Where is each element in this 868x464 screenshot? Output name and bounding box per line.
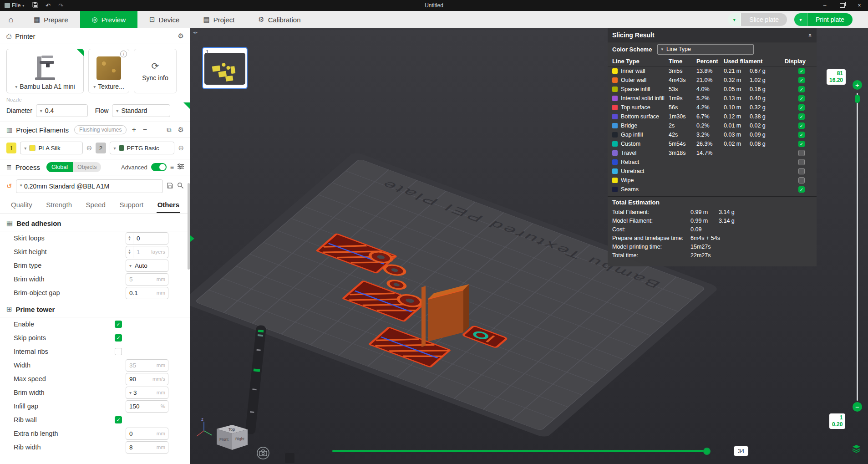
save-icon[interactable] bbox=[29, 2, 41, 9]
camera-snapshot-button[interactable] bbox=[257, 447, 269, 459]
tab-project[interactable]: ▤ Project bbox=[191, 11, 246, 28]
plate-thumbnail[interactable]: 1 bbox=[202, 47, 248, 89]
rib-width-input[interactable]: 8 mm bbox=[126, 441, 168, 454]
restore-button[interactable] bbox=[833, 0, 851, 11]
tab-strength[interactable]: Strength bbox=[45, 198, 73, 213]
layer-slider-handle[interactable] bbox=[855, 95, 860, 103]
display-checkbox[interactable] bbox=[798, 168, 805, 174]
plate-type-card[interactable]: i ▾ Texture... bbox=[88, 49, 129, 93]
flushing-volumes-button[interactable]: Flushing volumes bbox=[74, 125, 127, 134]
cube-face-top[interactable]: Top bbox=[228, 427, 235, 432]
cube-face-front[interactable]: Front bbox=[219, 437, 228, 442]
print-options-dropdown[interactable]: ▾ bbox=[794, 13, 807, 26]
preset-select[interactable]: * 0.20mm Standard @BBL A1M bbox=[16, 179, 163, 193]
layer-plus-button[interactable]: + bbox=[853, 80, 862, 90]
display-checkbox[interactable] bbox=[798, 104, 805, 111]
filament-2-badge[interactable]: 2 bbox=[96, 143, 106, 153]
display-checkbox[interactable] bbox=[798, 77, 805, 83]
home-tab[interactable]: ⌂ bbox=[0, 11, 22, 28]
display-checkbox[interactable] bbox=[798, 68, 805, 74]
skirt-height-input[interactable]: ▲▼ 1 layers bbox=[126, 246, 168, 258]
tab-calibration[interactable]: ⚙ Calibration bbox=[246, 11, 312, 28]
internal-ribs-checkbox[interactable] bbox=[115, 348, 122, 355]
skirt-loops-input[interactable]: ▲▼ 0 bbox=[126, 232, 168, 245]
undo-icon[interactable]: ↶ bbox=[41, 2, 54, 9]
scope-global[interactable]: Global bbox=[46, 162, 73, 172]
spinner-arrows[interactable]: ▲▼ bbox=[126, 233, 133, 244]
filament-gear-icon[interactable]: ⚙ bbox=[178, 126, 184, 134]
minimize-button[interactable]: – bbox=[816, 0, 833, 11]
slice-options-dropdown[interactable]: ▾ bbox=[728, 13, 741, 26]
brim-type-select[interactable]: ▾ Auto bbox=[126, 260, 168, 272]
tab-prepare[interactable]: ▦ Prepare bbox=[22, 11, 80, 28]
filament-1-select[interactable]: ▾ PLA Silk bbox=[20, 142, 82, 154]
filament-2-select[interactable]: ▾ PETG Basic bbox=[110, 142, 175, 154]
tab-others[interactable]: Others bbox=[157, 198, 180, 213]
sync-info-button[interactable]: ⟳ Sync info bbox=[134, 49, 177, 93]
rib-wall-checkbox[interactable] bbox=[115, 416, 122, 423]
display-checkbox[interactable] bbox=[798, 159, 805, 165]
panel-collapse-icon[interactable]: ◂▸ bbox=[193, 30, 198, 35]
flow-select[interactable]: ▾ Standard bbox=[112, 104, 170, 117]
tab-quality[interactable]: Quality bbox=[10, 198, 33, 213]
preset-save-icon[interactable] bbox=[167, 182, 173, 191]
cube-face-right[interactable]: Right bbox=[235, 437, 244, 441]
filament-1-badge[interactable]: 1 bbox=[6, 143, 16, 153]
filament-sync-icon[interactable]: ⧉ bbox=[167, 126, 172, 134]
infill-gap-input[interactable]: 150 % bbox=[126, 400, 168, 413]
brim-object-gap-input[interactable]: 0.1 mm bbox=[126, 287, 168, 299]
tab-preview[interactable]: ◎ Preview bbox=[80, 11, 137, 28]
layers-view-icon[interactable] bbox=[851, 444, 862, 454]
display-checkbox[interactable] bbox=[798, 86, 805, 92]
tab-speed[interactable]: Speed bbox=[85, 198, 107, 213]
filament-edit-icon[interactable]: ⊖ bbox=[86, 144, 92, 152]
display-checkbox[interactable] bbox=[798, 95, 805, 102]
display-checkbox[interactable] bbox=[798, 177, 805, 184]
tab-support[interactable]: Support bbox=[119, 198, 145, 213]
display-checkbox[interactable] bbox=[798, 113, 805, 120]
move-slider-handle[interactable] bbox=[703, 448, 711, 455]
max-speed-input[interactable]: 90 mm/s bbox=[126, 373, 168, 385]
display-checkbox[interactable] bbox=[798, 132, 805, 138]
preset-modified-icon[interactable]: ↺ bbox=[6, 182, 12, 190]
layer-slider-track[interactable] bbox=[857, 93, 858, 401]
close-button[interactable]: × bbox=[851, 0, 868, 11]
display-checkbox[interactable] bbox=[798, 141, 805, 147]
file-menu[interactable]: File ▾ bbox=[0, 0, 29, 11]
enable-checkbox[interactable] bbox=[115, 321, 122, 328]
printer-settings-gear-icon[interactable]: ⚙ bbox=[178, 32, 184, 40]
filament-edit-icon[interactable]: ⊖ bbox=[178, 144, 184, 152]
layer-minus-button[interactable]: − bbox=[853, 402, 862, 412]
display-checkbox[interactable] bbox=[798, 122, 805, 129]
preset-search-icon[interactable] bbox=[177, 182, 184, 191]
collapse-panel-icon[interactable]: « bbox=[807, 33, 814, 36]
display-checkbox[interactable] bbox=[798, 186, 805, 193]
advanced-toggle[interactable] bbox=[151, 163, 167, 171]
print-plate-label[interactable]: Print plate bbox=[807, 13, 853, 26]
width-input[interactable]: 35 mm bbox=[126, 359, 168, 372]
tab-device[interactable]: ⊡ Device bbox=[137, 11, 191, 28]
info-icon[interactable]: i bbox=[120, 51, 127, 57]
add-filament-button[interactable]: + bbox=[130, 126, 137, 134]
tower-brim-width-select[interactable]: ▾ 3 mm bbox=[126, 387, 168, 399]
printer-card[interactable]: ▾ Bambu Lab A1 mini bbox=[6, 49, 84, 93]
list-view-icon[interactable]: ≡ bbox=[170, 163, 174, 171]
tune-icon[interactable] bbox=[178, 163, 184, 171]
scope-objects[interactable]: Objects bbox=[73, 162, 101, 172]
sliced-object-wall[interactable] bbox=[421, 286, 426, 347]
panel-expand-handle[interactable] bbox=[190, 235, 194, 242]
move-slider-track[interactable] bbox=[332, 450, 710, 452]
extra-rib-length-input[interactable]: 0 mm bbox=[126, 428, 168, 440]
display-checkbox[interactable] bbox=[798, 150, 805, 156]
diameter-select[interactable]: ▾ 0.4 bbox=[36, 104, 88, 117]
brim-width-input[interactable]: 5 mm bbox=[126, 273, 168, 286]
remove-filament-button[interactable]: − bbox=[141, 126, 148, 134]
sidebar-scrollbar[interactable] bbox=[188, 183, 190, 270]
skip-points-checkbox[interactable] bbox=[115, 334, 122, 342]
redo-icon[interactable]: ↷ bbox=[54, 2, 67, 9]
spinner-arrows[interactable]: ▲▼ bbox=[126, 246, 133, 258]
nav-cube[interactable]: Top Front Right bbox=[217, 425, 248, 450]
viewport-3d[interactable]: Bambu Textured PEI Plate bbox=[190, 28, 868, 464]
color-scheme-select[interactable]: ▾ Line Type bbox=[657, 44, 754, 55]
slice-plate-label[interactable]: Slice plate bbox=[741, 13, 787, 26]
